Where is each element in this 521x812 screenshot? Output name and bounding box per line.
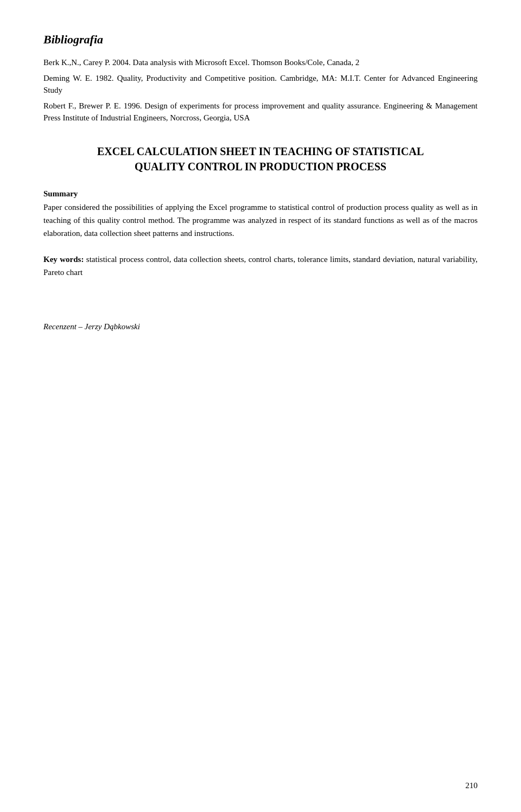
keywords-section: Key words: statistical process control, … bbox=[43, 253, 478, 279]
summary-text: Paper considered the possibilities of ap… bbox=[43, 201, 478, 240]
reviewer-text: Recenzent – Jerzy Dąbkowski bbox=[43, 322, 478, 331]
page: Bibliografia Berk K.,N., Carey P. 2004. … bbox=[0, 0, 521, 812]
keywords-text: Key words: statistical process control, … bbox=[43, 253, 478, 279]
keywords-label: Key words: bbox=[43, 255, 84, 264]
bib-entry-2: Deming W. E. 1982. Quality, Productivity… bbox=[43, 72, 478, 97]
main-title-line1: EXCEL CALCULATION SHEET IN TEACHING OF S… bbox=[43, 144, 478, 159]
reviewer-section: Recenzent – Jerzy Dąbkowski bbox=[43, 322, 478, 331]
summary-heading: Summary bbox=[43, 189, 478, 199]
summary-section: Summary Paper considered the possibiliti… bbox=[43, 189, 478, 240]
main-title-line2: QUALITY CONTROL IN PRODUCTION PROCESS bbox=[43, 159, 478, 174]
page-number: 210 bbox=[466, 781, 478, 790]
bib-entry-3: Robert F., Brewer P. E. 1996. Design of … bbox=[43, 100, 478, 124]
keywords-values: statistical process control, data collec… bbox=[43, 255, 478, 277]
bibliography-heading: Bibliografia bbox=[43, 33, 478, 47]
bibliography-entries: Berk K.,N., Carey P. 2004. Data analysis… bbox=[43, 56, 478, 124]
bib-entry-1: Berk K.,N., Carey P. 2004. Data analysis… bbox=[43, 56, 478, 69]
main-title: EXCEL CALCULATION SHEET IN TEACHING OF S… bbox=[43, 144, 478, 174]
